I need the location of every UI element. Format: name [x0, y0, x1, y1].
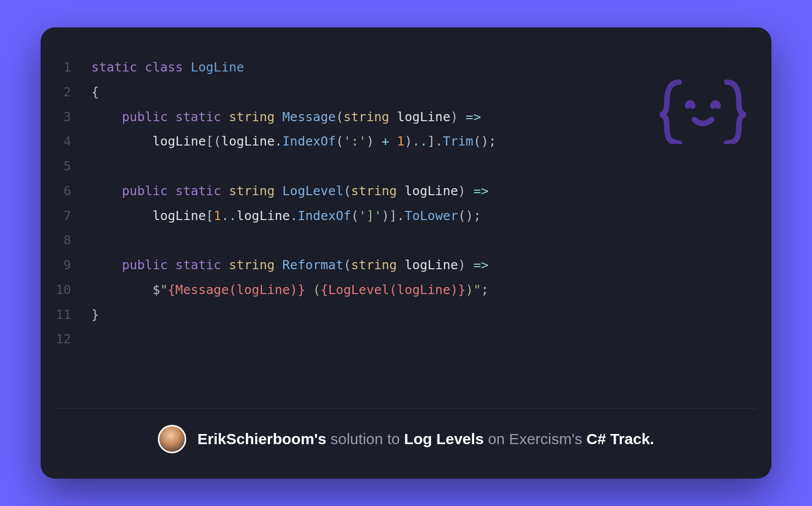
code-line: 4 logLine[(logLine.IndexOf(':') + 1)..].…	[56, 129, 756, 154]
line-number: 9	[56, 253, 91, 278]
line-number: 4	[56, 129, 91, 154]
code-line: 6 public static string LogLevel(string l…	[56, 179, 756, 204]
code-content: static class LogLine	[91, 55, 756, 80]
code-content	[91, 228, 756, 253]
author-avatar	[158, 425, 186, 453]
line-number: 7	[56, 204, 91, 229]
code-content: public static string Reformat(string log…	[91, 253, 756, 278]
code-line: 11}	[56, 303, 756, 328]
line-number: 12	[56, 327, 91, 352]
code-content: logLine[(logLine.IndexOf(':') + 1)..].Tr…	[91, 129, 756, 154]
code-line: 9 public static string Reformat(string l…	[56, 253, 756, 278]
author-name: ErikSchierboom's	[197, 430, 326, 447]
exercise-name: Log Levels	[404, 430, 484, 447]
line-number: 1	[56, 55, 91, 80]
code-content: logLine[1..logLine.IndexOf(']')].ToLower…	[91, 204, 756, 229]
exercism-logo	[660, 78, 746, 146]
code-card: 1static class LogLine2{3 public static s…	[41, 27, 771, 479]
code-content	[91, 327, 756, 352]
code-content: public static string Message(string logL…	[91, 105, 756, 130]
code-line: 7 logLine[1..logLine.IndexOf(']')].ToLow…	[56, 204, 756, 229]
code-content: }	[91, 303, 756, 328]
attribution-on-word: on Exercism's	[484, 430, 586, 447]
code-line: 12	[56, 327, 756, 352]
code-line: 3 public static string Message(string lo…	[56, 105, 756, 130]
code-content: public static string LogLevel(string log…	[91, 179, 756, 204]
line-number: 11	[56, 303, 91, 328]
line-number: 10	[56, 278, 91, 303]
line-number: 3	[56, 105, 91, 130]
line-number: 6	[56, 179, 91, 204]
attribution-solution-word: solution to	[326, 430, 404, 447]
divider	[56, 408, 756, 409]
attribution-text: ErikSchierboom's solution to Log Levels …	[197, 430, 654, 448]
line-number: 2	[56, 80, 91, 105]
attribution-bar: ErikSchierboom's solution to Log Levels …	[56, 425, 756, 463]
line-number: 5	[56, 154, 91, 179]
code-line: 8	[56, 228, 756, 253]
code-line: 10 $"{Message(logLine)} ({LogLevel(logLi…	[56, 278, 756, 303]
code-line: 5	[56, 154, 756, 179]
code-line: 2{	[56, 80, 756, 105]
code-block: 1static class LogLine2{3 public static s…	[56, 55, 756, 398]
track-name: C# Track.	[587, 430, 654, 447]
code-content: {	[91, 80, 756, 105]
code-content	[91, 154, 756, 179]
code-content: $"{Message(logLine)} ({LogLevel(logLine)…	[91, 278, 756, 303]
line-number: 8	[56, 228, 91, 253]
code-line: 1static class LogLine	[56, 55, 756, 80]
